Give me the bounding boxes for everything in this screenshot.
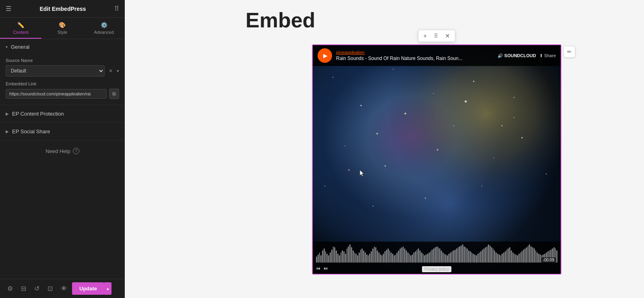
waveform-bar — [538, 254, 539, 263]
sidebar-content: ▾ General Source Name Default ✕ ▾ Embedd… — [0, 39, 125, 279]
widget-toolbar: + ⠿ ✕ — [418, 30, 455, 42]
sc-top-bar: ▶ pineapplealien Rain Sounds - Sound Of … — [313, 45, 561, 66]
sc-nebula-svg — [313, 45, 561, 274]
widget-add-button[interactable]: + — [422, 32, 428, 40]
sidebar: ☰ Edit EmbedPress ⠿ ✏️ Content 🎨 Style ⚙… — [0, 0, 125, 298]
widget-edit-button[interactable]: ✏ — [564, 46, 575, 58]
svg-point-15 — [522, 137, 523, 139]
waveform-bar — [464, 246, 465, 263]
waveform-bar — [458, 247, 459, 263]
sc-privacy-policy[interactable]: Privacy policy — [422, 266, 451, 272]
general-chevron-icon: ▾ — [6, 45, 8, 49]
waveform-bar — [506, 250, 508, 263]
waveform-bar — [480, 251, 481, 263]
waveform-bar — [348, 246, 349, 263]
sc-next-button[interactable]: ⏭ — [324, 266, 328, 271]
svg-rect-3 — [313, 45, 561, 274]
settings-footer-icon[interactable]: ⚙ — [4, 282, 16, 295]
waveform-bar — [436, 246, 438, 263]
responsive-footer-icon[interactable]: ⊡ — [44, 282, 56, 295]
waveform-bar — [511, 250, 512, 263]
waveform-bar — [515, 255, 516, 263]
social-share-header[interactable]: ▶ EP Social Share — [0, 123, 125, 140]
svg-point-12 — [385, 166, 386, 167]
waveform-bar — [347, 248, 348, 263]
sc-play-button[interactable]: ▶ — [318, 48, 332, 63]
embedded-link-label: Embedded Link — [6, 81, 119, 86]
waveform-bar — [383, 254, 384, 263]
history-footer-icon[interactable]: ↺ — [31, 282, 43, 295]
svg-point-24 — [502, 125, 503, 126]
waveform-bar — [448, 254, 450, 263]
waveform-bar — [429, 252, 430, 263]
svg-point-11 — [345, 145, 345, 146]
eye-footer-icon[interactable]: 👁 — [58, 283, 70, 295]
waveform-bar — [410, 255, 411, 263]
waveform-bar — [395, 255, 396, 263]
need-help-row[interactable]: Need Help ? — [0, 141, 125, 161]
waveform-bar — [502, 254, 503, 263]
sc-prev-button[interactable]: ⏮ — [316, 266, 320, 271]
waveform-bar — [400, 248, 401, 263]
waveform-bar — [523, 250, 524, 263]
social-share-section: ▶ EP Social Share — [0, 123, 125, 141]
waveform-bar — [462, 244, 463, 263]
update-group: Update ▴ — [72, 282, 111, 295]
widget-close-button[interactable]: ✕ — [444, 32, 452, 40]
svg-point-9 — [514, 117, 514, 118]
waveform-bar — [365, 252, 366, 263]
main-content: Embed + ⠿ ✕ ▶ pineapplealien Rain Sounds… — [125, 0, 644, 298]
content-protection-header[interactable]: ▶ EP Content Protection — [0, 105, 125, 122]
general-section-header[interactable]: ▾ General — [0, 39, 125, 55]
widget-move-button[interactable]: ⠿ — [432, 32, 440, 40]
waveform-bar — [390, 252, 392, 263]
hamburger-icon[interactable]: ☰ — [6, 5, 11, 12]
source-name-select[interactable]: Default — [6, 65, 105, 77]
sc-soundcloud-logo[interactable]: 🔊 SOUNDCLOUD — [497, 53, 536, 58]
waveform-bar — [421, 252, 422, 263]
waveform-bar — [465, 247, 466, 263]
waveform-bar — [412, 255, 413, 263]
waveform-bar — [444, 254, 445, 263]
waveform-bar — [431, 250, 433, 263]
waveform-bar — [493, 248, 494, 263]
sc-background-image — [313, 45, 561, 274]
layers-footer-icon[interactable]: ⊟ — [18, 282, 29, 295]
svg-point-21 — [405, 113, 406, 114]
source-name-clear-icon[interactable]: ✕ — [107, 67, 114, 74]
waveform-bar — [534, 248, 535, 263]
waveform-bar — [505, 251, 506, 263]
waveform-bar — [528, 246, 529, 263]
waveform-bar — [337, 254, 339, 263]
sc-share-button[interactable]: ⬆ Share — [539, 53, 556, 58]
update-button[interactable]: Update — [72, 282, 104, 295]
content-protection-label: EP Content Protection — [12, 111, 64, 117]
waveform-bar — [360, 250, 361, 263]
waveform-bar — [526, 247, 527, 263]
soundcloud-embed[interactable]: ▶ pineapplealien Rain Sounds - Sound Of … — [312, 44, 561, 275]
waveform-bar — [409, 254, 410, 263]
waveform-bar — [556, 250, 557, 263]
tab-style[interactable]: 🎨 Style — [41, 18, 83, 39]
tab-content[interactable]: ✏️ Content — [0, 18, 41, 39]
waveform-bar — [388, 248, 389, 263]
grid-icon[interactable]: ⠿ — [114, 5, 119, 12]
tab-advanced[interactable]: ⚙️ Advanced — [83, 18, 125, 39]
embedded-copy-button[interactable]: ⧉ — [109, 89, 119, 99]
waveform-bar — [529, 244, 530, 263]
waveform-bar — [386, 250, 387, 263]
sc-waveform[interactable] — [313, 242, 561, 263]
sc-play-icon: ▶ — [323, 52, 328, 59]
waveform-bar — [349, 244, 351, 263]
update-chevron-button[interactable]: ▴ — [104, 282, 111, 295]
svg-point-27 — [348, 169, 350, 171]
content-tab-icon: ✏️ — [17, 22, 24, 28]
waveform-bar — [345, 254, 346, 263]
waveform-bar — [339, 255, 340, 263]
embedded-link-input[interactable] — [6, 89, 107, 99]
sc-artist-name[interactable]: pineapplealien — [336, 50, 493, 55]
style-tab-label: Style — [58, 30, 67, 35]
waveform-bar — [403, 246, 404, 263]
svg-point-17 — [373, 206, 374, 207]
waveform-bar — [316, 257, 317, 263]
